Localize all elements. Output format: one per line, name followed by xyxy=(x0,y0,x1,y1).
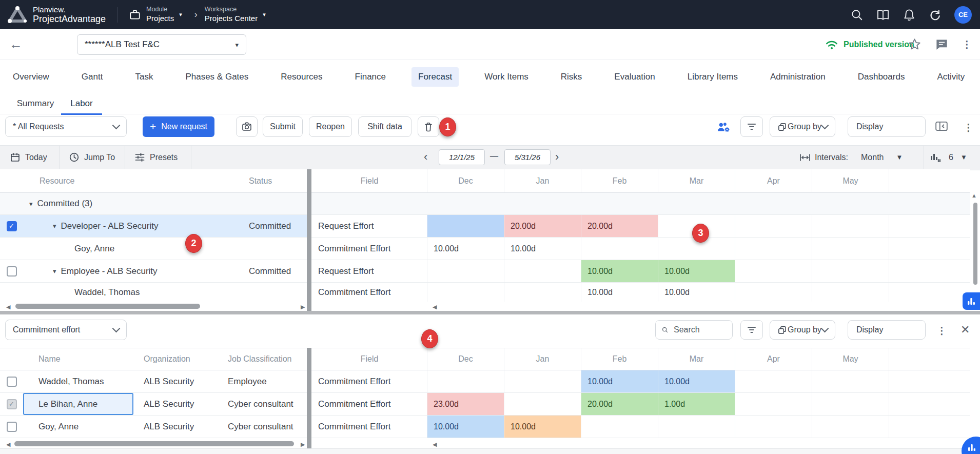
grid-cell-jan[interactable]: 10.00d xyxy=(504,238,581,260)
interval-count-select[interactable]: 6 ▼ xyxy=(930,146,967,169)
request-filter-select[interactable]: * All Requests xyxy=(5,116,127,137)
column-header-apr[interactable]: Apr xyxy=(735,169,812,192)
column-header-organization[interactable]: Organization xyxy=(133,348,222,370)
shift-data-button[interactable]: Shift data xyxy=(358,116,411,137)
reopen-button[interactable]: Reopen xyxy=(309,116,352,137)
column-header-field[interactable]: Field xyxy=(312,348,427,370)
grid-cell-jan[interactable] xyxy=(504,370,581,392)
bottom-display-button[interactable]: Display xyxy=(848,320,926,340)
top-display-button[interactable]: Display xyxy=(848,116,926,137)
tab-administration[interactable]: Administration xyxy=(763,67,832,87)
row-checkbox[interactable] xyxy=(7,266,17,277)
notifications-bell-icon[interactable] xyxy=(903,9,915,21)
prev-interval-chevron[interactable]: ‹ xyxy=(424,151,427,163)
scroll-left-arrow[interactable]: ◀ xyxy=(6,304,10,310)
grid-cell-mar[interactable]: 10.00d xyxy=(658,370,735,392)
scroll-left-arrow[interactable]: ◀ xyxy=(433,304,437,310)
grid-cell-jan[interactable]: 10.00d xyxy=(504,416,581,438)
back-arrow-icon[interactable]: ← xyxy=(9,36,23,52)
grid-cell-apr[interactable] xyxy=(735,215,812,237)
vertical-scrollbar-thumb[interactable] xyxy=(973,203,977,285)
grid-cell-jan[interactable]: 20.00d xyxy=(504,215,581,237)
tab-activity[interactable]: Activity xyxy=(930,67,971,87)
scroll-up-arrow[interactable]: ▲ xyxy=(971,193,977,199)
interval-select[interactable]: Month ▼ xyxy=(861,146,903,169)
grid-cell-feb[interactable] xyxy=(581,416,658,438)
grid-cell-mar[interactable] xyxy=(658,416,735,438)
column-header-name[interactable]: Name xyxy=(23,348,133,370)
table-row[interactable]: Goy, Anne Commitment Effort 10.00d 10.00… xyxy=(0,238,970,260)
grid-cell-apr[interactable] xyxy=(735,416,812,438)
grid-cell-apr[interactable] xyxy=(735,393,812,415)
effort-view-select[interactable]: Commitment effort xyxy=(5,320,127,340)
grid-cell-dec[interactable] xyxy=(427,283,504,302)
panel-resize-divider[interactable] xyxy=(0,311,980,314)
top-filter-button[interactable] xyxy=(740,116,763,137)
grid-cell-may[interactable] xyxy=(812,215,889,237)
resource-cell[interactable]: Waddel, Thomas xyxy=(23,283,233,302)
user-avatar[interactable]: CE xyxy=(954,6,972,24)
bottom-kebab-menu-icon[interactable]: ⋮ xyxy=(937,325,947,337)
scroll-left-arrow[interactable]: ◀ xyxy=(6,442,10,447)
presets-button[interactable]: Presets xyxy=(134,146,178,169)
grid-cell-may[interactable] xyxy=(812,260,889,282)
tab-evaluation[interactable]: Evaluation xyxy=(607,67,661,87)
table-row[interactable]: ✓ ▾ Developer - ALB Security Committed R… xyxy=(0,215,970,238)
grid-cell-may[interactable] xyxy=(812,416,889,438)
tab-work-items[interactable]: Work Items xyxy=(478,67,535,87)
scroll-left-arrow[interactable]: ◀ xyxy=(433,442,437,447)
bottom-group-by-select[interactable]: Group by xyxy=(770,320,835,340)
name-cell[interactable]: Goy, Anne xyxy=(23,416,133,438)
next-interval-chevron[interactable]: › xyxy=(555,151,559,163)
row-expander-icon[interactable]: ▾ xyxy=(53,222,56,230)
column-header-dec[interactable]: Dec xyxy=(427,169,504,192)
library-book-icon[interactable] xyxy=(876,9,890,21)
collapse-panel-button[interactable] xyxy=(935,120,948,134)
frozen-pane-splitter[interactable] xyxy=(307,348,311,448)
column-header-apr[interactable]: Apr xyxy=(735,348,812,370)
bottom-filter-button[interactable] xyxy=(740,320,763,340)
top-group-by-select[interactable]: Group by xyxy=(770,116,835,137)
bottom-search[interactable] xyxy=(655,320,733,340)
grid-cell-may[interactable] xyxy=(812,393,889,415)
grid-cell-jan[interactable] xyxy=(504,393,581,415)
frozen-pane-splitter[interactable] xyxy=(307,169,311,311)
toolbar-kebab-menu-icon[interactable]: ⋮ xyxy=(964,122,973,133)
close-panel-icon[interactable]: ✕ xyxy=(961,323,970,337)
start-date-input[interactable] xyxy=(439,149,485,165)
grid-cell-dec[interactable]: 10.00d xyxy=(427,416,504,438)
resource-cell[interactable]: ▾ Developer - ALB Security xyxy=(23,215,233,237)
grid-cell-mar[interactable]: 1.00d xyxy=(658,393,735,415)
column-header-feb[interactable]: Feb xyxy=(581,348,658,370)
grid-cell-dec[interactable] xyxy=(427,260,504,282)
project-selector[interactable]: ******ALB Test F&C ▾ xyxy=(77,34,246,55)
grid-cell-may[interactable] xyxy=(812,238,889,260)
resource-settings-button[interactable] xyxy=(716,121,731,136)
row-checkbox[interactable] xyxy=(7,377,17,387)
column-header-feb[interactable]: Feb xyxy=(581,169,658,192)
tab-gantt[interactable]: Gantt xyxy=(75,67,110,87)
row-checkbox[interactable]: ✓ xyxy=(7,221,17,231)
grid-cell-dec[interactable] xyxy=(427,370,504,392)
row-checkbox[interactable]: ✓ xyxy=(7,399,17,409)
name-cell[interactable]: Waddel, Thomas xyxy=(23,370,133,392)
grid-cell-dec[interactable]: 23.00d xyxy=(427,393,504,415)
search-icon[interactable] xyxy=(851,9,863,21)
grid-cell-jan[interactable] xyxy=(504,260,581,282)
workspace-switcher[interactable]: Workspace Projects Center ▾ xyxy=(205,6,271,23)
grid-cell-jan[interactable] xyxy=(504,283,581,302)
tab-library-items[interactable]: Library Items xyxy=(681,67,744,87)
chart-view-button[interactable] xyxy=(963,292,980,310)
column-header-job[interactable]: Job Classification xyxy=(222,348,307,370)
tab-forecast[interactable]: Forecast xyxy=(411,67,459,87)
grid-cell-may[interactable] xyxy=(812,370,889,392)
horizontal-scrollbar-thumb[interactable] xyxy=(14,441,294,446)
grid-cell-apr[interactable] xyxy=(735,283,812,302)
new-request-button[interactable]: + New request xyxy=(143,116,214,137)
grid-cell-apr[interactable] xyxy=(735,238,812,260)
refresh-icon[interactable] xyxy=(929,9,941,21)
favorite-star-icon[interactable] xyxy=(908,37,922,51)
column-header-mar[interactable]: Mar xyxy=(658,348,735,370)
column-header-field[interactable]: Field xyxy=(312,169,427,192)
grid-cell-apr[interactable] xyxy=(735,370,812,392)
